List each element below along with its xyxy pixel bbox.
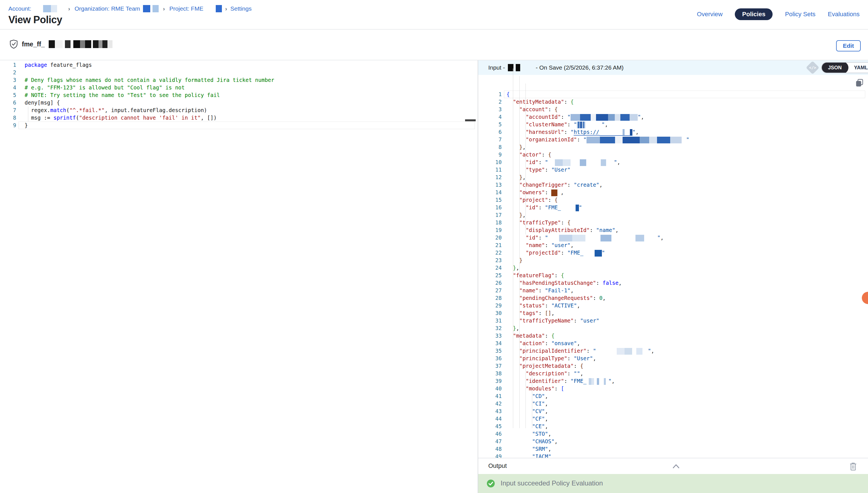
line-number: 6 [0, 99, 16, 106]
code-line: 8 }, [478, 143, 868, 151]
redacted-value [577, 122, 585, 128]
line-content: # e.g. "FFM-123" is allowed but "Cool fl… [16, 84, 478, 91]
line-content: "CV", [502, 407, 868, 415]
code-line: 3# Deny flags whose names do not contain… [0, 76, 478, 84]
redacted-value [586, 137, 682, 143]
redacted-account-id-2 [51, 5, 57, 12]
code-line: 28 "pendingChangeRequests": 0, [478, 294, 868, 302]
breadcrumb-account-link[interactable]: Account: [8, 5, 31, 12]
line-content: { [502, 90, 868, 98]
line-content: }, [502, 211, 868, 219]
line-content: "CF", [502, 415, 868, 423]
code-line: 9} [0, 122, 478, 129]
trash-icon[interactable] [849, 462, 857, 471]
line-number: 3 [478, 106, 502, 113]
line-content: "SRM", [502, 445, 868, 453]
line-content: "id": "", [502, 158, 868, 166]
line-number: 49 [478, 453, 502, 458]
tab-evaluations[interactable]: Evaluations [828, 8, 860, 20]
code-line: 7 regex.match("^.*fail.*", input.feature… [0, 106, 478, 114]
code-line: 37 "projectMetadata": { [478, 362, 868, 370]
top-bar: Account: › Organization: RME Team › Proj… [0, 0, 868, 29]
copy-icon[interactable] [855, 78, 864, 87]
line-number: 5 [0, 91, 16, 99]
line-number: 11 [478, 166, 502, 174]
line-content: "tags": [], [502, 309, 868, 317]
json-toggle-button[interactable]: JSON [821, 62, 848, 73]
line-number: 36 [478, 355, 502, 362]
code-line: 36 "principalType": "User", [478, 355, 868, 362]
code-line: 6 "harnessUrl": "https://", [478, 128, 868, 136]
breadcrumb-separator: › [68, 6, 70, 12]
code-line: 32 }, [478, 324, 868, 332]
line-number: 39 [478, 377, 502, 385]
line-content: "trafficType": { [502, 219, 868, 227]
code-line: 46 "STO", [478, 430, 868, 438]
breadcrumb-project-link[interactable]: Project: FME [169, 5, 203, 12]
redacted-value [561, 205, 576, 211]
main-content: 1package feature_flags23# Deny flags who… [0, 60, 868, 493]
line-number: 8 [0, 114, 16, 122]
redacted-value [548, 235, 657, 241]
tab-policy-sets[interactable]: Policy Sets [785, 8, 815, 20]
code-line: 2 "entityMetadata": { [478, 98, 868, 106]
line-number: 48 [478, 445, 502, 453]
success-check-icon [487, 479, 495, 488]
redacted-policy-name [49, 40, 113, 48]
line-number: 14 [478, 189, 502, 196]
line-number: 32 [478, 324, 502, 332]
line-content: "project": { [502, 196, 868, 204]
code-line: 14 "owners": , [478, 189, 868, 196]
line-number: 8 [478, 143, 502, 151]
code-line: 16 "id": "FME_" [478, 204, 868, 211]
line-number: 45 [478, 423, 502, 430]
chevron-up-icon[interactable] [671, 462, 681, 471]
line-number: 23 [478, 257, 502, 264]
top-nav-tabs: OverviewPoliciesPolicy SetsEvaluations [697, 8, 860, 20]
line-content: "id": "FME_" [502, 204, 868, 211]
line-content: "status": "ACTIVE", [502, 302, 868, 309]
line-number: 35 [478, 347, 502, 355]
indent-guide [532, 363, 532, 428]
input-json-editor[interactable]: 1{2 "entityMetadata": {3 "account": {4 "… [478, 90, 868, 458]
code-line: 13 "changeTrigger": "create", [478, 181, 868, 189]
line-content: "principalIdentifier": "", [502, 347, 868, 355]
evaluation-result-text: Input succeeded Policy Evaluation [501, 479, 603, 487]
redacted-value [594, 250, 602, 257]
code-line: 10 "id": "", [478, 158, 868, 166]
line-number: 47 [478, 438, 502, 445]
line-number: 33 [478, 332, 502, 340]
line-number: 4 [478, 113, 502, 121]
line-number: 37 [478, 362, 502, 370]
code-format-icon[interactable]: </> [806, 61, 819, 74]
yaml-toggle-button[interactable]: YAML [848, 62, 868, 73]
code-line: 3 "account": { [478, 106, 868, 113]
line-number: 22 [478, 249, 502, 257]
code-line: 35 "principalIdentifier": "", [478, 347, 868, 355]
line-content: "STO", [502, 430, 868, 438]
line-number: 25 [478, 272, 502, 279]
code-line: 43 "CV", [478, 407, 868, 415]
code-line: 1{ [478, 90, 868, 98]
line-number: 2 [478, 98, 502, 106]
line-number: 43 [478, 407, 502, 415]
tab-policies[interactable]: Policies [735, 8, 772, 20]
line-content: "changeTrigger": "create", [502, 181, 868, 189]
line-content: "accountId": "", [502, 113, 868, 121]
edit-button[interactable]: Edit [836, 40, 861, 51]
policy-code-editor[interactable]: 1package feature_flags23# Deny flags who… [0, 61, 478, 129]
code-line: 12 }, [478, 174, 868, 181]
code-line: 33 "metadata": { [478, 332, 868, 340]
line-number: 46 [478, 430, 502, 438]
tab-overview[interactable]: Overview [697, 8, 723, 20]
breadcrumb-organization-link[interactable]: Organization: RME Team [75, 5, 140, 12]
breadcrumb-settings-link[interactable]: Settings [230, 5, 251, 12]
shield-check-icon [9, 40, 18, 49]
line-content: }, [502, 143, 868, 151]
code-line: 27 "name": "Fail-1", [478, 287, 868, 294]
redacted-input-name [508, 64, 513, 71]
code-line: 5# NOTE: Try setting the name to "Test" … [0, 91, 478, 99]
line-number: 1 [0, 61, 16, 69]
line-number: 7 [0, 106, 16, 114]
overview-ruler-cursor-marker [465, 119, 476, 121]
